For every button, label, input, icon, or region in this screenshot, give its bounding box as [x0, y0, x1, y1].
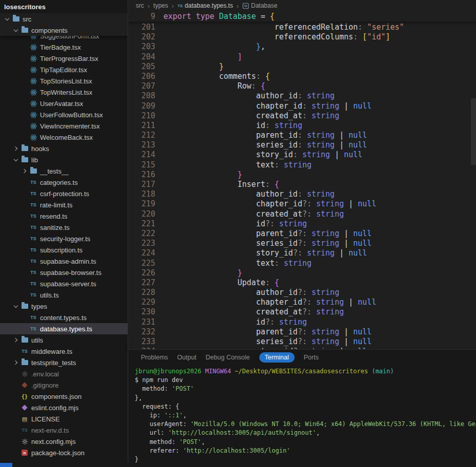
code-line-233[interactable]: 233 series_id?: string | null: [129, 337, 476, 347]
tree-item-database-types-ts[interactable]: TSdatabase.types.ts: [0, 323, 128, 334]
tree-item-components-json[interactable]: {}components.json: [0, 391, 128, 402]
tree-item-topstorieslist-tsx[interactable]: TopStoriesList.tsx: [0, 75, 128, 87]
remote-indicator[interactable]: [0, 463, 12, 467]
tree-item-next-env-d-ts[interactable]: TSnext-env.d.ts: [0, 424, 128, 436]
code-line-228[interactable]: 228 author_id?: string: [129, 288, 476, 298]
panel-tab-output[interactable]: Output: [177, 354, 197, 361]
line-number[interactable]: 230: [129, 307, 155, 317]
code-line-225[interactable]: 225 text: string: [129, 259, 476, 268]
line-number[interactable]: 203: [129, 42, 155, 52]
line-number[interactable]: 202: [129, 32, 155, 42]
line-number[interactable]: 215: [129, 160, 155, 170]
line-number[interactable]: 226: [129, 268, 155, 278]
code-line-209[interactable]: 209 chapter_id: string | null: [129, 101, 476, 111]
line-number[interactable]: 214: [129, 150, 155, 160]
tree-item-tiptapeditor-tsx[interactable]: TipTapEditor.tsx: [0, 64, 128, 75]
breadcrumb-item-src[interactable]: src: [136, 2, 144, 9]
line-number[interactable]: 218: [129, 189, 155, 199]
tree-item-subscription-ts[interactable]: TSsubscription.ts: [0, 244, 128, 256]
tree-item-components[interactable]: components: [0, 25, 128, 36]
code-line-207[interactable]: 207 Row: {: [129, 81, 476, 91]
code-area[interactable]: 201 referencedRelation: "series"202 refe…: [129, 22, 476, 349]
breadcrumb-item-database-types-ts[interactable]: TSdatabase.types.ts: [177, 2, 233, 9]
line-number[interactable]: 210: [129, 111, 155, 121]
line-number[interactable]: 223: [129, 239, 155, 248]
tree-item-categories-ts[interactable]: TScategories.ts: [0, 177, 128, 188]
line-number[interactable]: 224: [129, 248, 155, 258]
code-line-213[interactable]: 213 series_id: string | null: [129, 140, 476, 150]
tree-item-types[interactable]: types: [0, 301, 128, 312]
line-number[interactable]: 212: [129, 131, 155, 140]
line-number[interactable]: 231: [129, 317, 155, 327]
tree-item-gitignore[interactable]: .gitignore: [0, 379, 128, 391]
tree-item-csrf-protection-ts[interactable]: TScsrf-protection.ts: [0, 188, 128, 199]
tree-item-tierbadge-tsx[interactable]: TierBadge.tsx: [0, 41, 128, 53]
line-number[interactable]: 233: [129, 337, 155, 347]
tree-item-supabase-server-ts[interactable]: TSsupabase-server.ts: [0, 278, 128, 289]
scrollbar-thumb[interactable]: [471, 98, 476, 165]
code-line-204[interactable]: 204 ]: [129, 52, 476, 62]
line-number[interactable]: 9: [129, 11, 155, 22]
panel-tab-ports[interactable]: Ports: [304, 354, 319, 361]
line-number[interactable]: 208: [129, 91, 155, 101]
tree-item-content-types-ts[interactable]: TScontent.types.ts: [0, 312, 128, 323]
tree-item-src[interactable]: src: [0, 13, 128, 25]
code-line-202[interactable]: 202 referencedColumns: ["id"]: [129, 32, 476, 42]
tree-item-hooks[interactable]: hooks: [0, 143, 128, 154]
breadcrumb-item-types[interactable]: types: [153, 2, 168, 9]
code-line-227[interactable]: 227 Update: {: [129, 278, 476, 288]
sticky-scroll-line[interactable]: 9export type Database = {: [129, 11, 476, 22]
line-number[interactable]: 204: [129, 52, 155, 62]
line-number[interactable]: 209: [129, 101, 155, 111]
code-line-226[interactable]: 226 }: [129, 268, 476, 278]
tree-item-topwriterslist-tsx[interactable]: TopWritersList.tsx: [0, 87, 128, 98]
tree-item-package-lock-json[interactable]: npackage-lock.json: [0, 447, 128, 458]
tree-item-tests[interactable]: __tests__: [0, 165, 128, 177]
tree-item-supabase-browser-ts[interactable]: TSsupabase-browser.ts: [0, 267, 128, 278]
tree-item-resend-ts[interactable]: TSresend.ts: [0, 210, 128, 222]
code-line-220[interactable]: 220 created_at?: string: [129, 209, 476, 219]
tree-item-supabase-admin-ts[interactable]: TSsupabase-admin.ts: [0, 256, 128, 267]
code-line-222[interactable]: 222 parent_id?: string | null: [129, 229, 476, 239]
code-line-221[interactable]: 221 id?: string: [129, 219, 476, 229]
code-line-216[interactable]: 216 }: [129, 170, 476, 180]
line-number[interactable]: 220: [129, 209, 155, 219]
code-line-201[interactable]: 201 referencedRelation: "series": [129, 23, 476, 32]
line-number[interactable]: 216: [129, 170, 155, 180]
tree-item-next-config-mjs[interactable]: next.config.mjs: [0, 436, 128, 447]
code-line-217[interactable]: 217 Insert: {: [129, 180, 476, 189]
line-number[interactable]: 228: [129, 288, 155, 298]
code-line-224[interactable]: 224 story_id?: string | null: [129, 248, 476, 258]
tree-item-userfollowbutton-tsx[interactable]: UserFollowButton.tsx: [0, 109, 128, 120]
tree-item-utils[interactable]: utils: [0, 334, 128, 346]
tree-item-env-local[interactable]: .env.local: [0, 368, 128, 379]
line-number[interactable]: 207: [129, 81, 155, 91]
code-line-206[interactable]: 206 comments: {: [129, 72, 476, 81]
code-line-203[interactable]: 203 },: [129, 42, 476, 52]
tree-item-sanitize-ts[interactable]: TSsanitize.ts: [0, 222, 128, 233]
tree-item-security-logger-ts[interactable]: TSsecurity-logger.ts: [0, 233, 128, 244]
line-number[interactable]: 221: [129, 219, 155, 229]
line-number[interactable]: 217: [129, 180, 155, 189]
tree-item-viewincrementer-tsx[interactable]: ViewIncrementer.tsx: [0, 120, 128, 132]
tree-item-middleware-ts[interactable]: TSmiddleware.ts: [0, 346, 128, 357]
line-number[interactable]: 229: [129, 298, 155, 307]
line-number[interactable]: 205: [129, 62, 155, 72]
tree-item-useravatar-tsx[interactable]: UserAvatar.tsx: [0, 98, 128, 109]
code-line-223[interactable]: 223 series_id?: string | null: [129, 239, 476, 248]
tree-item-lib[interactable]: lib: [0, 154, 128, 165]
code-line-229[interactable]: 229 chapter_id?: string | null: [129, 298, 476, 307]
line-number[interactable]: 206: [129, 72, 155, 81]
tree-item-testsprite-tests[interactable]: testsprite_tests: [0, 357, 128, 368]
panel-tab-terminal[interactable]: Terminal: [259, 352, 295, 363]
line-number[interactable]: 219: [129, 199, 155, 209]
tree-item-utils-ts[interactable]: TSutils.ts: [0, 289, 128, 301]
line-number[interactable]: 225: [129, 259, 155, 268]
code-line-231[interactable]: 231 id?: string: [129, 317, 476, 327]
code-line-230[interactable]: 230 created_at?: string: [129, 307, 476, 317]
tree-item-license[interactable]: ▤LICENSE: [0, 413, 128, 424]
breadcrumb-item-database[interactable]: Database: [242, 2, 277, 9]
code-line-232[interactable]: 232 parent_id?: string | null: [129, 327, 476, 337]
tree-item-eslint-config-mjs[interactable]: eslint.config.mjs: [0, 402, 128, 413]
line-number[interactable]: 213: [129, 140, 155, 150]
